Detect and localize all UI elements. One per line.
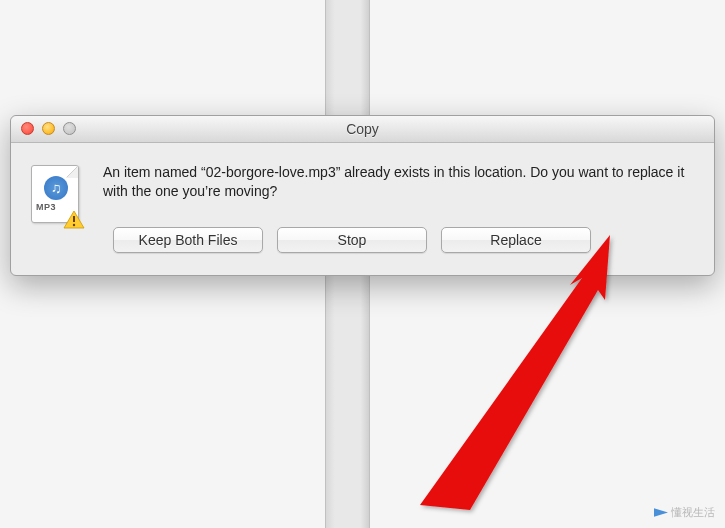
stop-button[interactable]: Stop xyxy=(277,227,427,253)
dialog-message: An item named “02-borgore-love.mp3” alre… xyxy=(103,163,689,201)
file-type-label: MP3 xyxy=(36,202,56,212)
watermark-text: 懂视生活 xyxy=(671,505,715,520)
svg-point-1 xyxy=(73,224,75,226)
music-note-icon: ♫ xyxy=(44,176,68,200)
dialog-content: ♫ MP3 An item named “02-borgore-love.mp3… xyxy=(11,143,714,275)
dialog-title: Copy xyxy=(346,121,379,137)
window-controls xyxy=(21,122,76,135)
message-area: An item named “02-borgore-love.mp3” alre… xyxy=(103,163,689,253)
svg-rect-0 xyxy=(73,216,75,222)
minimize-button[interactable] xyxy=(42,122,55,135)
icon-area: ♫ MP3 xyxy=(31,163,83,253)
keep-both-button[interactable]: Keep Both Files xyxy=(113,227,263,253)
watermark: 懂视生活 xyxy=(654,505,715,520)
titlebar: Copy xyxy=(11,116,714,143)
zoom-button[interactable] xyxy=(63,122,76,135)
mp3-file-icon: ♫ MP3 xyxy=(31,165,81,227)
warning-icon xyxy=(63,210,85,229)
button-row: Keep Both Files Stop Replace xyxy=(103,227,689,253)
copy-dialog: Copy ♫ MP3 An item named “02-borgore-lov… xyxy=(10,115,715,276)
svg-marker-2 xyxy=(420,235,610,510)
close-button[interactable] xyxy=(21,122,34,135)
replace-button[interactable]: Replace xyxy=(441,227,591,253)
watermark-icon xyxy=(654,506,668,520)
